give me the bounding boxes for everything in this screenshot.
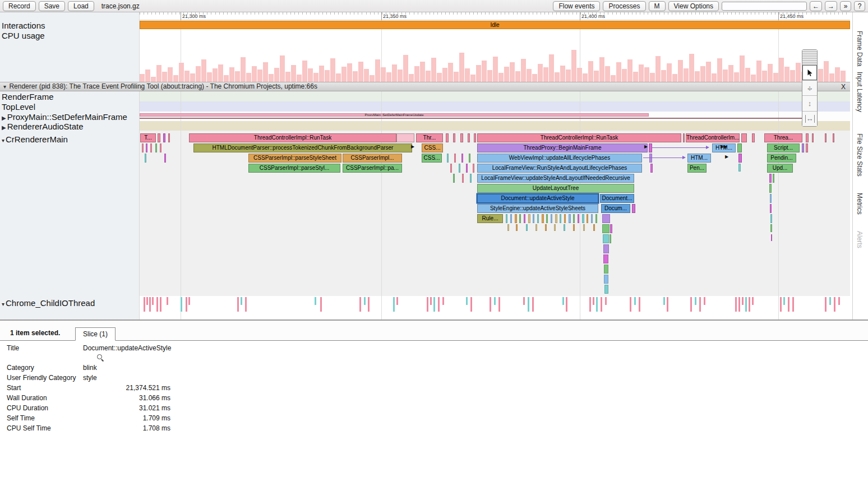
- flame-slice[interactable]: [542, 214, 544, 223]
- flame-slice[interactable]: [146, 143, 147, 152]
- flame-slice[interactable]: Upd...: [767, 164, 793, 173]
- io-thread-slice[interactable]: [188, 297, 190, 305]
- io-thread-slice[interactable]: [470, 297, 472, 312]
- io-thread-slice[interactable]: [605, 297, 607, 305]
- flame-slice[interactable]: [446, 133, 449, 142]
- flame-slice[interactable]: [555, 214, 557, 223]
- flame-slice[interactable]: [770, 204, 772, 213]
- flame-slice[interactable]: [603, 254, 608, 263]
- flame-slice[interactable]: [769, 184, 772, 193]
- flame-slice[interactable]: [610, 234, 611, 243]
- flame-slice[interactable]: [604, 265, 608, 274]
- help-button[interactable]: ?: [854, 1, 865, 11]
- flame-slice[interactable]: T...: [140, 133, 156, 142]
- flame-slice[interactable]: [168, 133, 170, 142]
- io-thread-slice[interactable]: [735, 297, 737, 312]
- io-thread-slice[interactable]: [704, 297, 705, 305]
- flame-slice[interactable]: [510, 214, 512, 223]
- flame-slice[interactable]: [573, 214, 575, 223]
- proxy-main-track-label[interactable]: ▶ProxyMain::SetDeferMainFrame: [2, 112, 127, 122]
- flame-slice[interactable]: CSSParserImpl::pa...: [343, 164, 402, 173]
- flame-slice[interactable]: [150, 143, 152, 152]
- flame-slice[interactable]: Thr...: [416, 133, 443, 142]
- pan-tool-button[interactable]: ↔↕: [802, 81, 817, 96]
- flame-slice[interactable]: [604, 275, 608, 284]
- flame-slice[interactable]: [833, 133, 834, 142]
- flame-slice[interactable]: [459, 164, 460, 173]
- io-thread-slice[interactable]: [589, 297, 591, 312]
- io-thread-slice[interactable]: [368, 297, 370, 312]
- flame-slice[interactable]: [569, 214, 571, 223]
- flame-slice[interactable]: [802, 143, 804, 152]
- flame-slice[interactable]: [519, 214, 521, 223]
- io-thread-slice[interactable]: [532, 297, 534, 312]
- flame-slice[interactable]: [506, 214, 507, 223]
- proxy-main-slice[interactable]: ProxyMain::SetDeferMainFrameUpdate: [140, 113, 649, 117]
- flame-slice[interactable]: [564, 224, 565, 231]
- flame-slice[interactable]: LocalFrameView::updateStyleAndLayoutIfNe…: [477, 174, 634, 183]
- idle-slice[interactable]: Idle: [140, 21, 850, 29]
- flame-slice[interactable]: LocalFrameView::RunStyleAndLayoutLifecyc…: [477, 164, 642, 173]
- flame-slice[interactable]: [752, 133, 755, 142]
- io-thread-slice[interactable]: [433, 297, 435, 312]
- flame-slice[interactable]: [771, 234, 772, 241]
- find-input[interactable]: [722, 2, 807, 11]
- io-thread-slice[interactable]: [160, 297, 161, 312]
- flame-slice[interactable]: [453, 174, 455, 183]
- save-button[interactable]: Save: [39, 1, 65, 11]
- io-thread-slice[interactable]: [695, 297, 696, 305]
- io-thread-slice[interactable]: [430, 297, 432, 305]
- flame-slice[interactable]: [603, 244, 609, 253]
- flame-slice[interactable]: [537, 214, 539, 223]
- flame-slice[interactable]: [469, 154, 470, 163]
- flame-slice[interactable]: Pendin...: [767, 154, 796, 163]
- flame-slice[interactable]: [516, 224, 518, 231]
- flame-slice[interactable]: CSSParserImpl::parseStyleSheet: [248, 154, 341, 163]
- flame-slice[interactable]: [155, 143, 157, 152]
- flame-slice[interactable]: [741, 133, 747, 142]
- flame-slice[interactable]: [737, 143, 742, 152]
- side-tab-file-size-stats[interactable]: File Size Stats: [856, 133, 864, 177]
- flame-slice[interactable]: [145, 154, 146, 163]
- flame-slice[interactable]: [447, 154, 449, 163]
- flame-slice[interactable]: [554, 224, 556, 231]
- io-thread-slice[interactable]: [783, 297, 785, 305]
- zoom-tool-button[interactable]: ↕: [802, 96, 817, 111]
- io-thread-slice[interactable]: [528, 297, 529, 312]
- palette-drag-handle[interactable]: [802, 50, 817, 65]
- flame-slice[interactable]: [610, 224, 612, 233]
- flame-slice[interactable]: [591, 214, 593, 223]
- io-thread-slice[interactable]: [596, 297, 598, 312]
- flame-slice[interactable]: CSSParserImpl::parseStyl...: [248, 164, 340, 173]
- flame-slice[interactable]: [160, 143, 161, 152]
- io-thread-slice[interactable]: [523, 297, 525, 305]
- io-thread-slice[interactable]: [320, 297, 322, 312]
- find-next-button[interactable]: →: [825, 1, 837, 11]
- io-thread-slice[interactable]: [156, 297, 158, 312]
- flame-slice[interactable]: Document...: [600, 194, 634, 203]
- flame-slice[interactable]: [545, 224, 547, 231]
- flame-slice[interactable]: [515, 214, 517, 223]
- flame-slice[interactable]: Pen...: [687, 164, 707, 173]
- flame-slice[interactable]: [595, 214, 597, 223]
- flame-slice[interactable]: [806, 143, 808, 152]
- flame-slice[interactable]: ThreadControllerIm...: [686, 133, 740, 142]
- io-thread-slice[interactable]: [237, 297, 239, 312]
- flame-slice[interactable]: CSS...: [422, 154, 442, 163]
- flame-slice[interactable]: [450, 164, 452, 173]
- flame-slice[interactable]: [770, 214, 772, 223]
- io-thread-slice[interactable]: [498, 297, 500, 312]
- child-io-track-label[interactable]: ▾Chrome_ChildIOThread: [2, 298, 95, 308]
- flame-slice[interactable]: [573, 224, 575, 231]
- flame-slice[interactable]: [560, 214, 561, 223]
- flame-slice[interactable]: [649, 143, 652, 152]
- close-icon[interactable]: X: [841, 83, 846, 91]
- flame-slice[interactable]: [470, 174, 472, 183]
- io-thread-slice[interactable]: [167, 297, 168, 305]
- flame-slice[interactable]: [602, 214, 610, 223]
- flame-slice[interactable]: WebViewImpl::updateAllLifecyclePhases: [477, 154, 642, 163]
- io-thread-slice[interactable]: [788, 297, 789, 312]
- flame-slice[interactable]: ThreadProxy::BeginMainFrame: [477, 143, 648, 152]
- flame-slice[interactable]: [142, 143, 144, 152]
- io-thread-slice[interactable]: [562, 297, 564, 305]
